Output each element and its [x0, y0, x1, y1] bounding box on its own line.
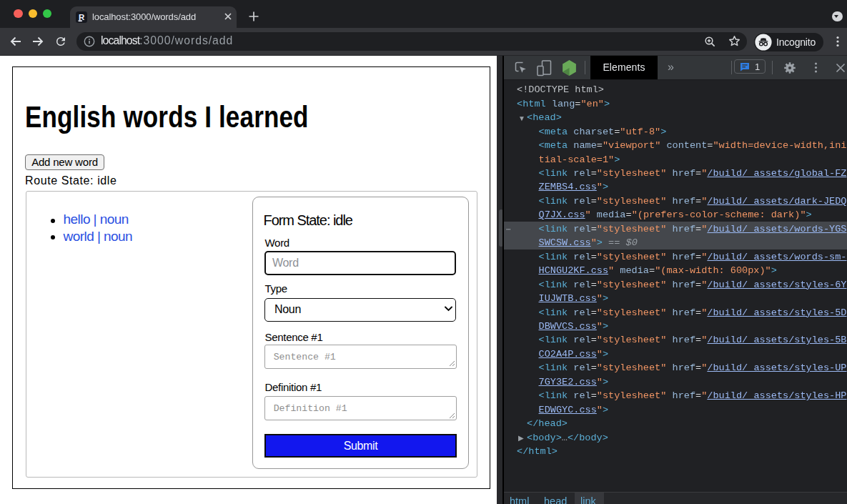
svg-text:R: R: [79, 12, 85, 21]
